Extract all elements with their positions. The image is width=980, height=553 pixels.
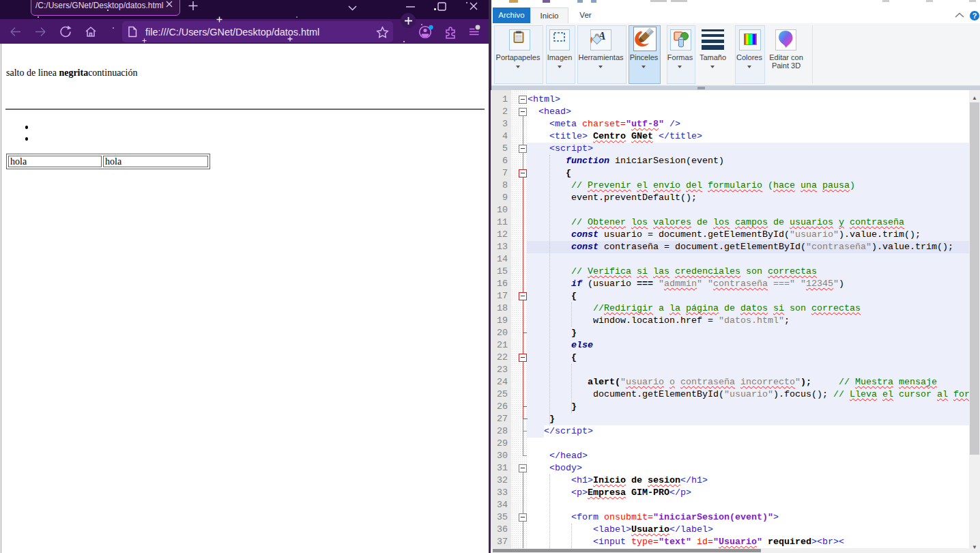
svg-text:?: ? [972, 12, 977, 20]
